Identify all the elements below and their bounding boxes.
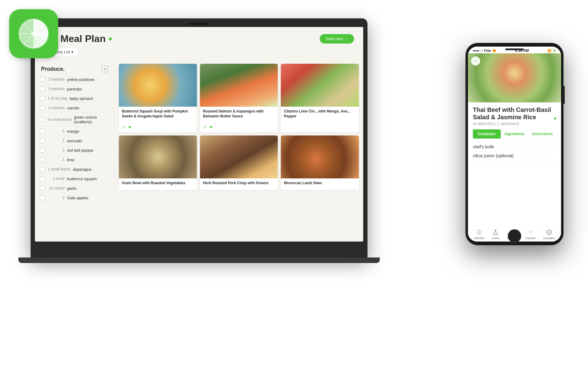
item-checkbox[interactable] xyxy=(40,105,45,110)
phone-tabs: Cookware Ingredients Instructions xyxy=(473,129,556,139)
section-title: Produce. xyxy=(41,66,65,72)
item-checkbox[interactable] xyxy=(40,157,45,162)
grocery-item[interactable]: 2 Gala apples › xyxy=(35,193,114,203)
item-qty: 12 cloves xyxy=(48,186,65,190)
grocery-item[interactable]: 3 medium parsnips › xyxy=(35,84,114,94)
item-qty: 1 xyxy=(48,129,65,133)
item-name: parsnips xyxy=(67,87,107,91)
item-qty: 1 xyxy=(48,148,65,152)
item-checkbox[interactable] xyxy=(40,77,45,82)
item-arrow-icon: › xyxy=(108,78,109,81)
title-dot xyxy=(109,37,112,40)
nutrition-icon: ⓘ xyxy=(476,229,483,236)
item-arrow-icon: › xyxy=(108,129,109,133)
favorite-button[interactable]: ♡ Favorite xyxy=(526,229,536,240)
recipe-title: Grain Bowl with Roasted Vegetables xyxy=(122,181,194,186)
item-arrow-icon: › xyxy=(108,87,109,91)
phone-side-button xyxy=(564,86,565,104)
phone-recipe-content: Thai Beef with Carrot-Basil Salad & Jasm… xyxy=(468,102,561,226)
grocery-item[interactable]: 12 cloves garlic › xyxy=(35,184,114,193)
nutrition-label: Nutrition xyxy=(474,237,484,240)
grocery-item[interactable]: 1 (5 oz) pkg baby spinach › xyxy=(35,94,114,103)
item-qty: 4 medium xyxy=(48,106,65,110)
item-qty: 2 medium xyxy=(48,77,65,82)
item-qty: 3 medium xyxy=(48,87,65,91)
back-button[interactable]: ‹ xyxy=(471,56,480,66)
item-checkbox[interactable] xyxy=(40,148,45,153)
sidebar: Produce. + 2 medium yellow potatoes › 3 … xyxy=(35,60,115,241)
item-checkbox[interactable] xyxy=(40,129,45,134)
screen-body: Produce. + 2 medium yellow potatoes › 3 … xyxy=(35,60,363,241)
grocery-list: 2 medium yellow potatoes › 3 medium pars… xyxy=(35,75,114,203)
recipe-card[interactable]: Butternut Squash Soup with Pumpkin Seeds… xyxy=(119,64,197,132)
battery-icon: 🔋 xyxy=(552,49,556,52)
phone-home-button[interactable] xyxy=(508,229,521,243)
item-name: lime xyxy=(67,158,107,162)
item-checkbox[interactable] xyxy=(40,86,45,91)
recipe-card[interactable]: Grain Bowl with Roasted Vegetables xyxy=(119,135,197,190)
recipe-info: Cilantro Lime Chi... with Mango, Avo... … xyxy=(281,107,359,123)
main-content: Butternut Squash Soup with Pumpkin Seeds… xyxy=(115,60,363,241)
svg-point-6 xyxy=(31,31,36,36)
item-checkbox[interactable] xyxy=(40,176,45,181)
item-checkbox[interactable] xyxy=(40,167,45,172)
item-name: mango xyxy=(67,129,107,134)
app-icon xyxy=(9,9,58,58)
add-item-button[interactable]: + xyxy=(101,66,108,72)
item-checkbox[interactable] xyxy=(40,117,45,122)
grocery-item[interactable]: 1 lime › xyxy=(35,155,114,165)
item-arrow-icon: › xyxy=(108,106,109,110)
grocery-item[interactable]: ½ small bunch green onions (scallions) › xyxy=(35,113,114,127)
grocery-item[interactable]: 2 medium yellow potatoes › xyxy=(35,75,114,84)
check-icon[interactable]: ✓ xyxy=(203,124,207,130)
item-arrow-icon: › xyxy=(108,118,109,121)
phone: ●●●○○ Fido 🔶 8:39 AM 📶 🔋 ‹ Thai Beef wit… xyxy=(466,43,564,245)
check-icon[interactable]: ✓ xyxy=(122,124,126,130)
item-name: asparagus xyxy=(73,167,107,172)
share-button[interactable]: Share xyxy=(492,229,499,240)
recipe-info: Butternut Squash Soup with Pumpkin Seeds… xyxy=(119,107,197,123)
recipe-card[interactable]: Roasted Salmon & Asparagus with Balsamic… xyxy=(200,64,278,132)
item-name: garlic xyxy=(67,186,107,191)
recipe-card[interactable]: Cilantro Lime Chi... with Mango, Avo... … xyxy=(281,64,359,132)
recipe-card[interactable]: Herb Roasted Pork Chop with Greens xyxy=(200,135,278,190)
item-checkbox[interactable] xyxy=(40,138,45,143)
share-icon xyxy=(492,229,499,236)
complete-label: Complete xyxy=(543,237,555,240)
recipe-title: Butternut Squash Soup with Pumpkin Seeds… xyxy=(122,109,194,119)
grocery-item[interactable]: 1 avocado › xyxy=(35,136,114,146)
item-name: carrots xyxy=(67,106,107,110)
phone-speaker xyxy=(505,48,524,50)
item-qty: 1 small xyxy=(48,177,65,181)
grocery-item[interactable]: 1 mango › xyxy=(35,127,114,136)
start-next-button[interactable]: Start next → xyxy=(320,34,354,44)
grocery-item[interactable]: 1 small butternut squash › xyxy=(35,174,114,184)
grocery-item[interactable]: 4 medium carrots › xyxy=(35,103,114,113)
recipe-card[interactable]: Moroccan Lamb Stew xyxy=(281,135,359,190)
laptop-notch xyxy=(190,23,208,25)
recipe-info: Roasted Salmon & Asparagus with Balsamic… xyxy=(200,107,278,123)
heart-icon[interactable]: ♥ xyxy=(209,124,213,130)
laptop-screen: My Meal Plan Start next → Grocery List ▾… xyxy=(35,27,363,242)
wifi-icon: 📶 xyxy=(548,49,551,52)
complete-button[interactable]: Complete xyxy=(543,229,555,240)
tab-cookware[interactable]: Cookware xyxy=(473,129,501,139)
item-name: yellow potatoes xyxy=(67,77,107,82)
nutrition-button[interactable]: ⓘ Nutrition xyxy=(474,229,484,240)
cookware-item-1: chef's knife xyxy=(473,143,556,151)
item-name: butternut squash xyxy=(67,177,107,181)
item-qty: 1 (5 oz) pkg xyxy=(48,96,67,101)
laptop-body: My Meal Plan Start next → Grocery List ▾… xyxy=(31,18,368,257)
tab-instructions[interactable]: Instructions xyxy=(528,129,556,139)
phone-recipe-image: ‹ xyxy=(468,53,561,102)
item-checkbox[interactable] xyxy=(40,186,45,191)
grocery-item[interactable]: 1 red bell pepper › xyxy=(35,146,114,155)
heart-icon[interactable]: ♥ xyxy=(128,124,131,130)
item-checkbox[interactable] xyxy=(40,195,45,200)
tab-ingredients[interactable]: Ingredients xyxy=(501,129,529,139)
grocery-item[interactable]: 1 small bunch asparagus › xyxy=(35,165,114,174)
item-name: avocado xyxy=(67,139,107,143)
item-arrow-icon: › xyxy=(108,158,109,162)
recipe-title: Roasted Salmon & Asparagus with Balsamic… xyxy=(203,109,275,119)
item-checkbox[interactable] xyxy=(40,96,45,101)
